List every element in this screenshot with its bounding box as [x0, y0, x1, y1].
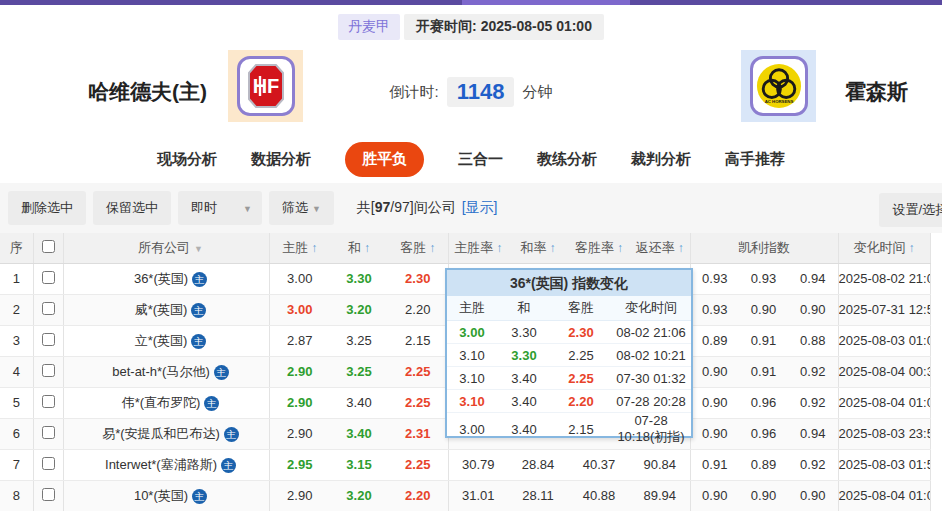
popup-col-1: 和: [497, 299, 551, 317]
away-win-odds[interactable]: 2.15: [388, 325, 448, 356]
select-all-checkbox[interactable]: [42, 240, 55, 253]
company-name[interactable]: 伟*(直布罗陀): [122, 395, 201, 410]
change-time: 2025-08-03 01:53: [838, 449, 930, 480]
primary-badge-icon[interactable]: 主: [192, 489, 207, 504]
company-name[interactable]: 立*(英国): [135, 333, 188, 348]
col-payout-rate-sort[interactable]: 返还率↑: [630, 233, 690, 263]
popup-column-headers: 主胜和客胜变化时间: [447, 296, 691, 321]
countdown-label: 倒计时:: [390, 83, 439, 102]
company-name[interactable]: 10*(英国): [134, 488, 188, 503]
away-win-odds[interactable]: 2.25: [388, 356, 448, 387]
company-name[interactable]: 威*(英国): [135, 302, 188, 317]
row-checkbox[interactable]: [42, 426, 55, 439]
kelly-draw: 0.93: [739, 263, 788, 294]
show-link[interactable]: [显示]: [462, 199, 498, 215]
tab-5[interactable]: 裁判分析: [631, 150, 691, 169]
row-checkbox[interactable]: [42, 395, 55, 408]
popup-history-row: 3.103.402.2007-28 20:28: [447, 390, 691, 413]
away-win-odds[interactable]: 2.25: [388, 387, 448, 418]
keep-selected-button[interactable]: 保留选中: [93, 191, 171, 225]
draw-odds[interactable]: 3.20: [330, 294, 388, 325]
draw-odds[interactable]: 3.40: [330, 418, 388, 449]
primary-badge-icon[interactable]: 主: [214, 365, 229, 380]
company-name[interactable]: 36*(英国): [134, 271, 188, 286]
popup-home-win: 3.10: [447, 371, 497, 386]
row-checkbox[interactable]: [42, 364, 55, 377]
popup-history-row: 3.103.402.2507-30 01:32: [447, 367, 691, 390]
row-index: 5: [0, 387, 33, 418]
row-index: 8: [0, 480, 33, 511]
col-away-rate-sort[interactable]: 客胜率↑: [568, 233, 630, 263]
col-change-time-sort[interactable]: 变化时间↑: [838, 233, 930, 263]
company-cell: Interwet*(塞浦路斯)主: [63, 449, 269, 480]
row-checkbox[interactable]: [42, 333, 55, 346]
change-time: 2025-08-03 23:59: [838, 418, 930, 449]
draw-odds[interactable]: 3.25: [330, 325, 388, 356]
popup-draw: 3.40: [497, 371, 551, 386]
tab-6[interactable]: 高手推荐: [725, 150, 785, 169]
draw-odds[interactable]: 3.15: [330, 449, 388, 480]
kelly-home: 0.93: [690, 263, 739, 294]
home-win-odds[interactable]: 2.90: [269, 418, 330, 449]
tab-0[interactable]: 现场分析: [157, 150, 217, 169]
draw-odds[interactable]: 3.25: [330, 356, 388, 387]
row-select-cell: [33, 480, 63, 511]
primary-badge-icon[interactable]: 主: [191, 334, 206, 349]
draw-odds[interactable]: 3.30: [330, 263, 388, 294]
draw-odds[interactable]: 3.40: [330, 387, 388, 418]
company-name[interactable]: 易*(安提瓜和巴布达): [102, 426, 220, 441]
col-company-sort[interactable]: 所有公司▼: [63, 233, 269, 263]
popup-change-time: 07-28 20:28: [611, 394, 691, 409]
payout-rate: 90.84: [630, 449, 690, 480]
col-away-win-sort[interactable]: 客胜↑: [388, 233, 448, 263]
away-win-odds[interactable]: 2.20: [388, 294, 448, 325]
company-name[interactable]: bet-at-h*(马尔他): [112, 364, 210, 379]
away-win-odds[interactable]: 2.30: [388, 263, 448, 294]
home-win-odds[interactable]: 2.90: [269, 480, 330, 511]
tab-1[interactable]: 数据分析: [251, 150, 311, 169]
col-draw-sort[interactable]: 和↑: [330, 233, 388, 263]
home-win-odds[interactable]: 2.90: [269, 387, 330, 418]
kelly-away: 0.94: [788, 418, 838, 449]
row-checkbox[interactable]: [42, 488, 55, 501]
col-home-rate-sort[interactable]: 主胜率↑: [448, 233, 508, 263]
away-crest-icon: AC HORSENS: [750, 56, 808, 116]
home-win-odds[interactable]: 2.87: [269, 325, 330, 356]
away-win-odds[interactable]: 2.31: [388, 418, 448, 449]
away-win-odds[interactable]: 2.25: [388, 449, 448, 480]
draw-odds[interactable]: 3.20: [330, 480, 388, 511]
primary-badge-icon[interactable]: 主: [192, 272, 207, 287]
row-checkbox[interactable]: [42, 302, 55, 315]
popup-draw: 3.30: [497, 348, 551, 363]
draw-rate: 28.11: [508, 480, 568, 511]
kelly-away: 0.92: [788, 356, 838, 387]
home-win-odds[interactable]: 2.95: [269, 449, 330, 480]
tab-3[interactable]: 三合一: [458, 150, 503, 169]
popup-away-win: 2.25: [551, 371, 611, 386]
company-cell: 易*(安提瓜和巴布达)主: [63, 418, 269, 449]
away-win-rate: 40.37: [568, 449, 630, 480]
row-checkbox[interactable]: [42, 271, 55, 284]
company-name[interactable]: Interwet*(塞浦路斯): [105, 457, 217, 472]
tab-4[interactable]: 教练分析: [537, 150, 597, 169]
tab-2[interactable]: 胜平负: [345, 142, 424, 177]
sort-up-icon: ↑: [678, 241, 684, 255]
home-win-odds[interactable]: 3.00: [269, 263, 330, 294]
primary-badge-icon[interactable]: 主: [224, 427, 239, 442]
away-team-logo: AC HORSENS: [741, 50, 816, 122]
settings-button[interactable]: 设置/选择: [879, 193, 942, 227]
home-win-odds[interactable]: 2.90: [269, 356, 330, 387]
row-checkbox[interactable]: [42, 457, 55, 470]
away-win-odds[interactable]: 2.20: [388, 480, 448, 511]
col-home-win-sort[interactable]: 主胜↑: [269, 233, 330, 263]
company-cell: 36*(英国)主: [63, 263, 269, 294]
primary-badge-icon[interactable]: 主: [221, 458, 236, 473]
instant-dropdown[interactable]: 即时▼: [178, 191, 262, 225]
primary-badge-icon[interactable]: 主: [204, 396, 219, 411]
home-win-odds[interactable]: 3.00: [269, 294, 330, 325]
filter-dropdown[interactable]: 筛选▼: [269, 191, 334, 225]
col-draw-rate-sort[interactable]: 和率↑: [508, 233, 568, 263]
primary-badge-icon[interactable]: 主: [191, 303, 206, 318]
kickoff-label: 开赛时间:: [416, 18, 477, 34]
delete-selected-button[interactable]: 删除选中: [8, 191, 86, 225]
